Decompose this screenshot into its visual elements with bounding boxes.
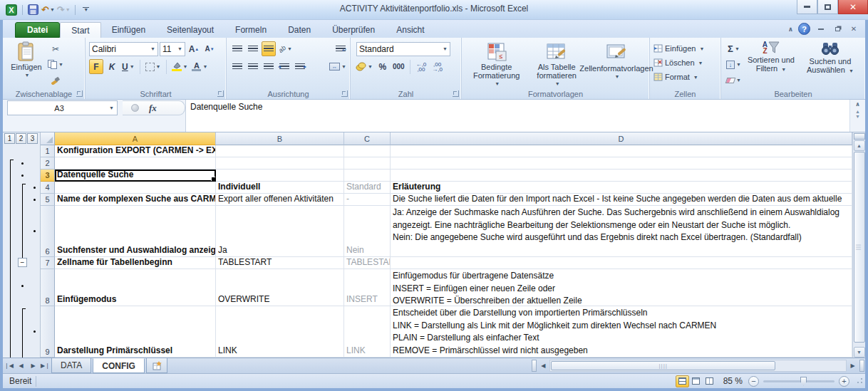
zoom-slider-thumb[interactable] — [800, 377, 807, 386]
font-size-box[interactable]: 11▼ — [160, 42, 185, 56]
tab-seitenlayout[interactable]: Seitenlayout — [156, 22, 224, 38]
row-header-7[interactable]: 7 — [41, 257, 55, 269]
sheet-tab-data[interactable]: DATA — [51, 358, 91, 373]
sheet-tab-config[interactable]: CONFIG — [93, 358, 145, 373]
cell-b1[interactable] — [216, 145, 344, 157]
cell-c3[interactable] — [344, 170, 391, 182]
cell-b3[interactable] — [216, 170, 344, 182]
fill-color-button[interactable]: ▼ — [170, 59, 190, 74]
dialog-launcher-icon[interactable] — [217, 90, 224, 97]
insert-cells-button[interactable]: Einfügen▼ — [653, 41, 718, 56]
column-header-a[interactable]: A — [55, 132, 216, 145]
delete-cells-button[interactable]: ✕ Löschen▼ — [653, 56, 718, 70]
merge-center-button[interactable]: ↔▼ — [328, 59, 348, 74]
horizontal-scrollbar[interactable]: |||| — [549, 360, 847, 372]
cut-button[interactable]: ✂ — [46, 41, 65, 56]
increase-indent-button[interactable]: ▸ — [293, 59, 307, 74]
cell-a1[interactable]: Konfiguration EXPORT (CARMEN -> EXCEL) — [55, 145, 216, 157]
doc-restore-button[interactable] — [832, 24, 843, 34]
close-button[interactable]: ✕ — [838, 0, 868, 14]
row-header-5[interactable]: 5 — [41, 194, 55, 206]
clear-button[interactable]: ▼ — [725, 73, 743, 88]
formula-input[interactable]: Datenquelle Suche — [185, 100, 849, 132]
underline-button[interactable]: U▼ — [120, 59, 136, 74]
expand-formula-bar-chevron-icon[interactable]: ∧ — [855, 101, 860, 108]
scroll-down-button[interactable]: ▼ — [854, 347, 865, 358]
insert-worksheet-button[interactable] — [146, 358, 167, 373]
column-header-b[interactable]: B — [216, 132, 344, 145]
doc-close-button[interactable]: ✕ — [848, 24, 859, 34]
column-header-d[interactable]: D — [391, 132, 852, 145]
cell-d8[interactable]: Einfügemodus für übertragene Datensätze … — [391, 269, 852, 306]
cell-c8[interactable]: INSERT — [344, 269, 391, 306]
cell-b5[interactable]: Export aller offenen Aktivitäten — [216, 194, 344, 206]
accounting-format-button[interactable]: ▼ — [354, 59, 374, 74]
cell-a3-selected[interactable]: Datenquelle Suche — [55, 170, 216, 182]
find-select-button[interactable]: Suchen und Auswählen ▼ — [800, 40, 861, 88]
tab-ueberpruefen[interactable]: Überprüfen — [321, 22, 386, 38]
format-painter-button[interactable] — [46, 73, 65, 88]
wrap-text-button[interactable]: ↵ — [334, 41, 348, 56]
align-center-button[interactable] — [246, 59, 260, 74]
cell-d4[interactable]: Erläuterung — [391, 182, 852, 194]
outline-collapse-button[interactable]: − — [18, 258, 27, 267]
font-color-button[interactable]: A▼ — [190, 59, 209, 74]
row-header-8[interactable]: 8 — [41, 269, 55, 306]
tab-einfuegen[interactable]: Einfügen — [101, 22, 156, 38]
cell-c7[interactable]: TABLESTART — [344, 257, 391, 269]
cell-c9[interactable]: LINK — [344, 306, 391, 358]
cell-d1[interactable] — [391, 145, 852, 157]
cell-a2[interactable] — [55, 157, 216, 170]
cell-b2[interactable] — [216, 157, 344, 170]
grow-font-button[interactable]: A▲ — [187, 41, 201, 56]
font-name-box[interactable]: Calibri▼ — [89, 42, 158, 56]
last-sheet-button[interactable]: ▶❘ — [39, 358, 51, 373]
bold-button[interactable]: F — [89, 59, 103, 74]
decrease-decimal-button[interactable]: ,00→,0 — [430, 59, 445, 74]
next-sheet-button[interactable]: ▶ — [27, 358, 39, 373]
fill-button[interactable]: ↓▼ — [725, 57, 743, 72]
scroll-up-button[interactable]: ▲ — [854, 140, 865, 151]
horizontal-scroll-thumb[interactable]: |||| — [551, 361, 775, 370]
hscroll-left-button[interactable]: ◀ — [537, 358, 549, 373]
cell-a8[interactable]: Einfügemodus — [55, 269, 216, 306]
cell-a7[interactable]: Zellname für Tabellenbeginn — [55, 257, 216, 269]
cell-b8[interactable]: OVERWRITE — [216, 269, 344, 306]
normal-view-button[interactable] — [676, 375, 689, 387]
outline-level-3-button[interactable]: 3 — [27, 133, 38, 144]
outline-level-2-button[interactable]: 2 — [16, 133, 26, 144]
align-left-button[interactable] — [230, 59, 244, 74]
cell-d3[interactable] — [391, 170, 852, 182]
decrease-indent-button[interactable]: ◂ — [277, 59, 291, 74]
align-bottom-button[interactable] — [262, 41, 276, 56]
maximize-button[interactable] — [817, 0, 838, 14]
conditional-formatting-button[interactable]: ≤ Bedingte Formatierung ▼ — [465, 40, 527, 88]
outline-level-1-button[interactable]: 1 — [4, 133, 15, 144]
cell-c5[interactable]: - — [344, 194, 391, 206]
row-header-4[interactable]: 4 — [41, 182, 55, 194]
split-handle[interactable] — [854, 133, 865, 140]
tab-daten[interactable]: Daten — [277, 22, 321, 38]
zoom-in-button[interactable]: + — [839, 376, 849, 387]
insert-function-button[interactable]: fx — [149, 103, 157, 114]
cell-styles-button[interactable]: Zellenformatvorlagen ▼ — [586, 40, 647, 88]
vertical-scroll-thumb[interactable]: ||| — [854, 152, 865, 343]
resize-grip[interactable] — [855, 377, 864, 385]
cell-b4[interactable]: Individuell — [216, 182, 344, 194]
align-right-button[interactable] — [262, 59, 276, 74]
cell-b6[interactable]: Ja — [216, 206, 344, 257]
dialog-launcher-icon[interactable] — [453, 90, 459, 97]
cell-a9[interactable]: Darstellung Primärschlüssel — [55, 306, 216, 358]
cell-b9[interactable]: LINK — [216, 306, 344, 358]
cell-d6[interactable]: Ja: Anzeige der Suchmaske nach Ausführen… — [391, 206, 852, 257]
cell-a4[interactable] — [55, 182, 216, 194]
copy-button[interactable]: ▼ — [46, 57, 65, 72]
hscroll-right-button[interactable]: ▶ — [847, 358, 859, 373]
cell-c1[interactable] — [344, 145, 391, 157]
autosum-button[interactable]: Σ▼ — [725, 41, 743, 56]
cell-b7[interactable]: TABLESTART — [216, 257, 344, 269]
zoom-out-button[interactable]: − — [748, 376, 759, 387]
tab-split-handle[interactable] — [532, 360, 537, 372]
cell-d2[interactable] — [391, 157, 852, 170]
row-header-3[interactable]: 3 — [41, 170, 55, 182]
